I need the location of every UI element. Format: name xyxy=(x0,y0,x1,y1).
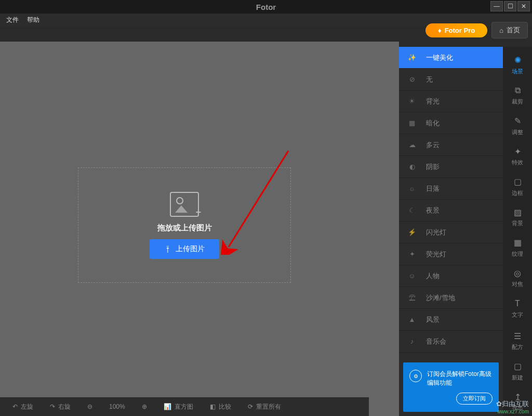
zoom-in-button[interactable]: ⊕ xyxy=(136,401,153,412)
promo-text: 订阅会员解锁Fotor高级编辑功能 xyxy=(427,370,493,387)
rotate-left-button[interactable]: ↶ 左旋 xyxy=(6,400,39,413)
main-container: + 拖放或上传图片 ⭱ 上传图片 ✨一键美化⊘无☀背光▦暗化☁多云◐阴影☼日落☾… xyxy=(0,26,532,416)
reset-icon: ⟳ xyxy=(248,403,253,410)
zoom-value: 100% xyxy=(103,401,131,412)
minimize-button[interactable]: — xyxy=(490,1,503,11)
rotate-right-button[interactable]: ↷ 右旋 xyxy=(44,400,77,413)
zoom-out-button[interactable]: ⊖ xyxy=(81,401,99,412)
histogram-button[interactable]: 📊 直方图 xyxy=(157,400,200,413)
category-strip: ✺场景⧉裁剪✎调整✦特效▢边框▨背景▦纹理◎对焦T文字☰配方▢新建↥导出 xyxy=(503,47,532,416)
strip-icon-8: T xyxy=(512,298,523,309)
strip-item-1[interactable]: ⧉裁剪 xyxy=(505,82,530,110)
strip-icon-6: ▦ xyxy=(512,238,523,248)
canvas-area[interactable]: + 拖放或上传图片 ⭱ 上传图片 xyxy=(0,42,399,416)
scene-item-night[interactable]: ☾夜景 xyxy=(399,200,503,222)
strip-item-2[interactable]: ✎调整 xyxy=(505,112,530,140)
scene-item-label: 荧光灯 xyxy=(426,250,446,259)
menu-help[interactable]: 帮助 xyxy=(27,16,39,24)
pro-label: Fotor Pro xyxy=(445,27,475,34)
scene-item-label: 夜景 xyxy=(426,206,440,215)
scene-item-label: 音乐会 xyxy=(426,337,446,346)
backlight-icon: ☀ xyxy=(406,96,418,107)
diamond-icon: ♦ xyxy=(438,27,442,34)
strip-bottom-icon-0: ☰ xyxy=(512,331,523,341)
portrait-icon: ☺ xyxy=(406,270,418,282)
zoom-in-icon: ⊕ xyxy=(142,403,147,410)
cloud-icon: ☁ xyxy=(406,139,418,151)
scene-item-sunset[interactable]: ☼日落 xyxy=(399,178,503,200)
scene-panel: ✨一键美化⊘无☀背光▦暗化☁多云◐阴影☼日落☾夜景⚡闪光灯✦荧光灯☺人物⛱沙滩/… xyxy=(399,47,503,416)
fluorescent-icon: ✦ xyxy=(406,249,418,260)
scene-item-label: 暗化 xyxy=(426,119,440,128)
darken-icon: ▦ xyxy=(406,118,418,129)
scene-item-label: 闪光灯 xyxy=(426,228,446,237)
scene-item-portrait[interactable]: ☺人物 xyxy=(399,265,503,287)
strip-bottom-1[interactable]: ▢新建 xyxy=(505,357,530,386)
flash-icon: ⚡ xyxy=(406,227,418,238)
reset-button[interactable]: ⟳ 重置所有 xyxy=(242,400,287,413)
scene-item-beach[interactable]: ⛱沙滩/雪地 xyxy=(399,287,503,309)
scene-item-flash[interactable]: ⚡闪光灯 xyxy=(399,222,503,243)
maximize-button[interactable]: ☐ xyxy=(504,1,516,11)
bottom-toolbar: ↶ 左旋 ↷ 右旋 ⊖ 100% ⊕ 📊 直方图 ◧ 比较 ⟳ 重置所有 xyxy=(0,397,369,416)
titlebar: Fotor — ☐ ✕ xyxy=(0,0,532,14)
app-title: Fotor xyxy=(256,3,276,11)
strip-bottom-0[interactable]: ☰配方 xyxy=(505,327,530,356)
strip-bottom-icon-2: ↥ xyxy=(512,392,523,402)
scene-item-landscape[interactable]: ▲风景 xyxy=(399,309,503,331)
strip-icon-1: ⧉ xyxy=(512,85,523,96)
histogram-icon: 📊 xyxy=(164,403,171,410)
home-label: 首页 xyxy=(507,25,520,35)
home-icon: ⌂ xyxy=(499,27,503,34)
strip-item-8[interactable]: T文字 xyxy=(505,294,530,323)
rotate-left-icon: ↶ xyxy=(12,403,18,410)
scene-item-label: 无 xyxy=(426,75,433,84)
menu-file[interactable]: 文件 xyxy=(6,16,19,24)
strip-item-3[interactable]: ✦特效 xyxy=(505,142,530,171)
scene-item-cloud[interactable]: ☁多云 xyxy=(399,134,503,156)
scene-item-concert[interactable]: ♪音乐会 xyxy=(399,331,503,353)
scene-item-magic[interactable]: ✨一键美化 xyxy=(399,47,503,69)
scene-item-shadow[interactable]: ◐阴影 xyxy=(399,156,503,178)
shadow-icon: ◐ xyxy=(406,161,418,173)
landscape-icon: ▲ xyxy=(406,314,418,326)
scene-item-label: 多云 xyxy=(426,140,440,150)
strip-item-7[interactable]: ◎对焦 xyxy=(505,264,530,293)
upload-button-label: 上传图片 xyxy=(176,244,205,254)
strip-item-4[interactable]: ▢边框 xyxy=(505,173,530,201)
scene-item-none[interactable]: ⊘无 xyxy=(399,69,503,90)
window-controls: — ☐ ✕ xyxy=(490,1,530,11)
settings-icon: ⚙ xyxy=(409,370,422,382)
upload-text: 拖放或上传图片 xyxy=(157,223,212,233)
scene-item-label: 人物 xyxy=(426,271,440,281)
scene-item-label: 沙滩/雪地 xyxy=(426,293,455,303)
scene-list: ✨一键美化⊘无☀背光▦暗化☁多云◐阴影☼日落☾夜景⚡闪光灯✦荧光灯☺人物⛱沙滩/… xyxy=(399,47,503,353)
strip-item-6[interactable]: ▦纹理 xyxy=(505,233,530,262)
scene-item-darken[interactable]: ▦暗化 xyxy=(399,112,503,134)
night-icon: ☾ xyxy=(406,205,418,216)
strip-item-5[interactable]: ▨背景 xyxy=(505,203,530,232)
upload-arrow-icon: ⭱ xyxy=(164,245,171,253)
home-button[interactable]: ⌂ 首页 xyxy=(491,22,528,38)
compare-button[interactable]: ◧ 比较 xyxy=(204,400,237,413)
sunset-icon: ☼ xyxy=(406,183,418,194)
strip-icon-4: ▢ xyxy=(512,177,523,187)
upload-button[interactable]: ⭱ 上传图片 xyxy=(150,239,219,259)
concert-icon: ♪ xyxy=(406,336,418,347)
upload-dropzone[interactable]: + 拖放或上传图片 ⭱ 上传图片 xyxy=(78,167,291,283)
scene-item-label: 风景 xyxy=(426,315,440,324)
close-button[interactable]: ✕ xyxy=(517,1,530,11)
scene-item-label: 日落 xyxy=(426,184,440,193)
image-upload-icon: + xyxy=(170,192,199,217)
none-icon: ⊘ xyxy=(406,74,418,85)
fotor-pro-button[interactable]: ♦ Fotor Pro xyxy=(425,23,487,37)
strip-icon-5: ▨ xyxy=(512,207,523,217)
strip-bottom-icon-1: ▢ xyxy=(512,361,523,372)
scene-item-fluorescent[interactable]: ✦荧光灯 xyxy=(399,243,503,265)
compare-icon: ◧ xyxy=(210,403,216,410)
scene-item-backlight[interactable]: ☀背光 xyxy=(399,90,503,112)
subscribe-button[interactable]: 立即订阅 xyxy=(456,393,493,405)
strip-bottom-2[interactable]: ↥导出 xyxy=(505,388,530,417)
beach-icon: ⛱ xyxy=(406,292,418,304)
strip-item-0[interactable]: ✺场景 xyxy=(505,51,530,80)
